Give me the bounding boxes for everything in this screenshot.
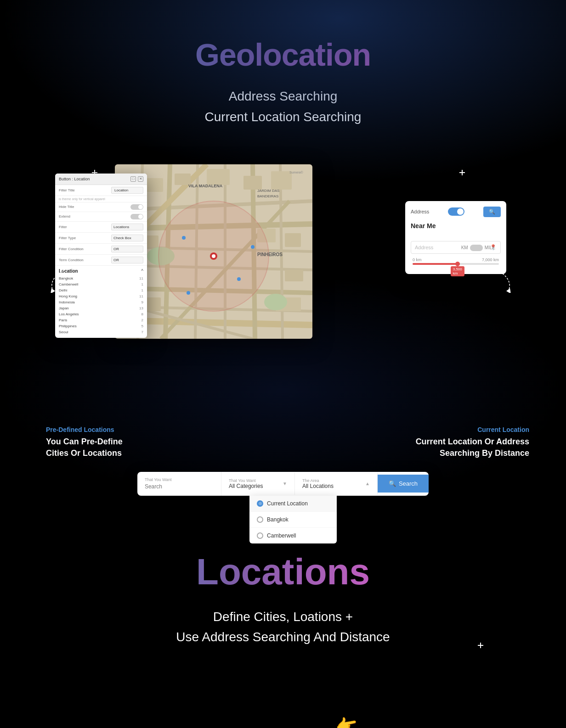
near-me-title: Near Me (411, 222, 436, 230)
near-me-panel: Address 🔍 Near Me KM MILE Address 📍 0 km (405, 201, 506, 274)
address-search-button[interactable]: 🔍 (483, 207, 501, 217)
filter-condition-row: Filter Condition OR (55, 244, 147, 255)
category-value: All Categories (229, 483, 283, 489)
range-track[interactable]: 3,500 km (413, 263, 499, 265)
svg-point-39 (182, 236, 186, 240)
svg-rect-19 (207, 169, 230, 185)
svg-marker-44 (506, 288, 511, 293)
search-widget-wrapper: 👉 That You Want That You Want All Catego… (137, 472, 429, 496)
range-fill (413, 263, 460, 265)
mile-label: MILE (485, 245, 495, 250)
svg-point-33 (212, 254, 215, 258)
svg-point-30 (264, 294, 287, 310)
filter-title-label: Filter Title (59, 188, 75, 192)
search-bar: That You Want That You Want All Categori… (137, 472, 429, 496)
search-area-field[interactable]: The Area All Locations ▲ (295, 473, 378, 495)
range-thumb[interactable]: 3,500 km (455, 262, 460, 266)
location-circle-icon-2 (257, 532, 263, 539)
current-location-option: Current Location (267, 500, 308, 507)
svg-point-40 (251, 245, 255, 249)
current-location-line1: Current Location Or Address (416, 437, 529, 446)
svg-rect-21 (271, 171, 292, 190)
keyword-input[interactable] (145, 483, 214, 490)
toggle-track[interactable] (448, 207, 464, 216)
panel-titlebar: Button : Location □ ✕ (55, 174, 147, 185)
search-select-category[interactable]: That You Want All Categories ▼ (221, 473, 295, 495)
location-list: Bangkok11 Camberwell1 Delhi1 Hong Kong11… (59, 275, 143, 335)
km-mile-toggle[interactable]: KM MILE (461, 245, 495, 251)
locations-title: Locations (0, 551, 566, 593)
extend-row: Extend (55, 212, 147, 222)
location-circle-icon-1 (257, 516, 263, 523)
hide-title-toggle[interactable] (130, 204, 143, 210)
filter-type-label: Filter Type (59, 236, 76, 240)
filter-row: Filter Locations (55, 222, 147, 233)
panel-title-text: Button : Location (59, 177, 90, 181)
address-input-placeholder: Address (415, 245, 433, 250)
list-item: Hong Kong11 (59, 293, 143, 299)
main-search-button[interactable]: 🔍 Search (378, 475, 429, 493)
term-condition-select[interactable]: OR (111, 257, 143, 263)
locations-subtitle-line1: Define Cities, Loations + (213, 610, 353, 624)
svg-rect-20 (243, 176, 262, 190)
list-item: Camberwell1 (59, 281, 143, 287)
km-label: KM (461, 245, 468, 250)
svg-text:BANDEIRAS: BANDEIRAS (257, 194, 278, 198)
svg-text:PINHEIROS: PINHEIROS (257, 252, 283, 257)
current-location-line2: Searching By Distance (440, 448, 529, 458)
svg-text:JARDIM DAS: JARDIM DAS (257, 189, 279, 193)
list-item: Bangkok11 (59, 275, 143, 281)
term-condition-label: Term Condition (59, 258, 84, 262)
list-item: Los Angeles8 (59, 311, 143, 317)
category-label: That You Want (229, 478, 283, 483)
dropdown-item-current-location[interactable]: Current Location (249, 496, 337, 512)
svg-point-42 (187, 291, 190, 295)
svg-point-41 (237, 277, 241, 281)
filter-select[interactable]: Locations (111, 224, 143, 230)
keyword-label: That You Want (145, 477, 214, 482)
area-dropdown-menu: Current Location Bangkok Camberwell (249, 496, 337, 543)
hint-text: is theme only for vertical apparel (55, 196, 147, 202)
dropdown-item-camberwell[interactable]: Camberwell (249, 528, 337, 543)
filter-title-value: Location (111, 187, 143, 194)
predefined-desc: You Can Pre-Define Cities Or Locations (46, 436, 123, 459)
filter-condition-select[interactable]: OR (111, 246, 143, 252)
panel-titlebar-icons: □ ✕ (130, 176, 143, 182)
predefined-line2: Cities Or Locations (46, 448, 122, 458)
filter-type-select[interactable]: Check Box (111, 235, 143, 241)
area-value: All Locations (302, 483, 365, 489)
current-location-desc: Current Location Or Address Searching By… (416, 436, 529, 459)
km-mile-track[interactable] (470, 245, 483, 251)
address-toggle[interactable] (448, 207, 464, 216)
search-widget: That You Want That You Want All Categori… (137, 472, 429, 496)
hero-section: Geolocation Address Searching Current Lo… (0, 0, 566, 146)
dropdown-item-bangkok[interactable]: Bangkok (249, 512, 337, 528)
extend-toggle[interactable] (130, 214, 143, 219)
predefined-line1: You Can Pre-Define (46, 437, 123, 446)
svg-rect-24 (285, 233, 301, 247)
filter-panel: Button : Location □ ✕ Filter Title Locat… (55, 174, 147, 338)
filter-title-row: Filter Title Location (55, 185, 147, 196)
range-min-label: 0 km (413, 258, 422, 262)
list-item: Japan13 (59, 305, 143, 311)
list-item: Paris2 (59, 317, 143, 323)
hide-title-label: Hide Title (59, 205, 74, 209)
filter-label: Filter (59, 225, 67, 229)
location-header: Location ^ (59, 269, 143, 274)
range-max-label: 7,000 km (482, 258, 499, 262)
area-label: The Area (302, 478, 365, 483)
near-me-header: Near Me KM MILE (411, 222, 501, 230)
panel-expand-icon[interactable]: □ (130, 176, 136, 182)
locations-subtitle: Define Cities, Loations + Use Address Se… (0, 607, 566, 648)
camberwell-option: Camberwell (267, 532, 296, 539)
panel-close-icon[interactable]: ✕ (138, 176, 143, 182)
svg-rect-26 (285, 270, 303, 281)
list-item: Seoul7 (59, 329, 143, 335)
area-chevron-icon: ▲ (365, 481, 370, 486)
filter-type-row: Filter Type Check Box (55, 233, 147, 244)
hand-pointer-icon: 👉 (333, 713, 359, 728)
filter-condition-label: Filter Condition (59, 247, 84, 251)
subtitle: Address Searching Current Location Searc… (0, 86, 566, 128)
locations-subtitle-line2: Use Address Searching And Distance (176, 630, 390, 644)
list-item: Philippines5 (59, 323, 143, 329)
